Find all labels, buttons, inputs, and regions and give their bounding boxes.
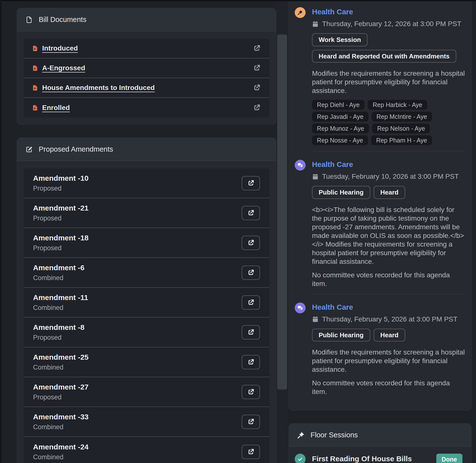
calendar-icon — [312, 173, 319, 180]
no-votes-note: No committee votes recorded for this age… — [312, 379, 465, 396]
proposed-amendments-title: Proposed Amendments — [39, 145, 113, 153]
viewport-top-edge — [0, 0, 476, 1]
public-hearing-avatar — [295, 303, 306, 313]
proposed-amendments-card: Proposed Amendments Amendment -10 Propos… — [17, 138, 276, 463]
bill-document-row[interactable]: House Amendments to Introduced — [24, 78, 269, 98]
agenda-item-body: Health Care Thursday, February 5, 2026 a… — [312, 303, 465, 396]
public-hearing-avatar — [295, 160, 306, 171]
gavel-icon — [297, 431, 305, 439]
work-session-avatar — [295, 7, 306, 18]
amendment-info: Amendment -25 Combined — [33, 353, 89, 371]
agenda-date-row: Tuesday, February 10, 2026 at 3:00 PM PS… — [312, 173, 465, 180]
bill-detail-page: Bill Documents Introduced A-Engrossed — [0, 0, 476, 463]
committee-link[interactable]: Health Care — [312, 160, 353, 169]
amendment-row: Amendment -18 Proposed — [24, 228, 269, 258]
amendment-row: Amendment -11 Combined — [24, 288, 269, 318]
left-pane: Bill Documents Introduced A-Engrossed — [17, 8, 276, 463]
amendment-status: Combined — [33, 453, 89, 461]
amendment-row: Amendment -25 Combined — [24, 347, 269, 377]
external-link-icon — [247, 209, 255, 217]
amendment-info: Amendment -6 Combined — [33, 264, 84, 282]
divider — [312, 151, 465, 151]
committee-link[interactable]: Health Care — [312, 303, 353, 311]
amendment-name: Amendment -10 — [33, 174, 89, 182]
amendment-row: Amendment -33 Combined — [24, 407, 269, 437]
open-amendment-button[interactable] — [242, 355, 260, 369]
floor-sessions-header: Floor Sessions — [289, 424, 471, 447]
bill-documents-card: Bill Documents Introduced A-Engrossed — [17, 8, 276, 125]
bill-document-row[interactable]: Enrolled — [24, 98, 269, 118]
meeting-type-badge: Work Session — [312, 33, 367, 46]
external-link-icon — [247, 418, 255, 426]
agenda-item: Health Care Tuesday, February 10, 2026 a… — [295, 160, 465, 288]
bill-document-link[interactable]: A-Engrossed — [32, 64, 85, 72]
committee-link[interactable]: Health Care — [312, 8, 353, 16]
agenda-datetime: Thursday, February 12, 2026 at 3:00 PM P… — [322, 20, 461, 28]
meeting-type-badge: Public Hearing — [312, 186, 370, 199]
agenda-datetime: Tuesday, February 10, 2026 at 3:00 PM PS… — [322, 173, 459, 180]
meeting-result-badge: Heard and Reported Out with Amendments — [312, 50, 456, 63]
vote-chip: Rep Nelson - Aye — [372, 124, 430, 133]
floor-session-body: First Reading Of House Bills Done Monday… — [312, 454, 462, 463]
bill-documents-title: Bill Documents — [39, 16, 86, 24]
bill-document-label: House Amendments to Introduced — [42, 84, 155, 92]
open-amendment-button[interactable] — [242, 385, 260, 399]
vote-chip: Rep Munoz - Aye — [312, 124, 369, 133]
external-link-icon — [247, 179, 255, 187]
external-link-icon[interactable] — [253, 64, 261, 72]
bill-document-link[interactable]: Introduced — [32, 44, 78, 52]
done-check-avatar — [295, 454, 306, 463]
bill-document-label: A-Engrossed — [42, 64, 85, 72]
external-link-icon[interactable] — [253, 84, 261, 92]
bill-document-label: Introduced — [42, 44, 78, 52]
amendment-info: Amendment -33 Combined — [33, 413, 89, 431]
proposed-amendments-header: Proposed Amendments — [17, 138, 276, 161]
bill-document-row[interactable]: A-Engrossed — [24, 58, 269, 78]
vote-chip: Rep Javadi - Aye — [312, 112, 368, 122]
amendments-list: Amendment -10 Proposed Amendment -21 Pro… — [24, 168, 269, 463]
amendment-name: Amendment -8 — [33, 323, 84, 332]
amendment-row: Amendment -27 Proposed — [24, 377, 269, 407]
bill-documents-header: Bill Documents — [17, 8, 276, 31]
bill-document-link[interactable]: Enrolled — [32, 104, 70, 112]
amendment-status: Proposed — [33, 393, 89, 401]
bill-document-link[interactable]: House Amendments to Introduced — [32, 84, 155, 92]
vote-chip: Rep McIntire - Aye — [372, 112, 432, 122]
left-pane-scrollbar-track[interactable] — [276, 0, 288, 463]
pdf-file-icon — [32, 64, 38, 72]
external-link-icon[interactable] — [253, 104, 261, 112]
agenda-item-body: Health Care Thursday, February 12, 2026 … — [312, 7, 465, 145]
amendment-name: Amendment -11 — [33, 293, 88, 302]
floor-sessions-title: Floor Sessions — [311, 431, 358, 439]
external-link-icon[interactable] — [253, 44, 261, 53]
amendment-status: Combined — [33, 274, 84, 282]
amendment-name: Amendment -25 — [33, 353, 89, 361]
file-pdf-icon — [25, 16, 33, 23]
floor-sessions-list: First Reading Of House Bills Done Monday… — [289, 447, 471, 463]
left-pane-scrollbar-thumb[interactable] — [277, 35, 287, 390]
open-amendment-button[interactable] — [242, 236, 260, 250]
vote-chip: Rep Harbick - Aye — [368, 100, 427, 110]
open-amendment-button[interactable] — [242, 206, 260, 220]
agenda-badges: Public Hearing Heard — [312, 186, 465, 199]
agenda-description: <b><i>The following bill is scheduled so… — [312, 205, 465, 266]
amendment-info: Amendment -21 Proposed — [33, 204, 89, 222]
open-amendment-button[interactable] — [242, 295, 260, 310]
agenda-description: Modifies the requirements for screening … — [312, 348, 465, 374]
vote-chip: Rep Pham H - Aye — [371, 135, 432, 145]
bill-document-row[interactable]: Introduced — [24, 39, 269, 58]
external-link-icon — [247, 299, 255, 306]
external-link-icon — [247, 358, 255, 366]
open-amendment-button[interactable] — [242, 176, 260, 190]
meeting-result-badge: Heard — [374, 329, 405, 342]
open-amendment-button[interactable] — [242, 325, 260, 339]
amendment-info: Amendment -24 Combined — [33, 443, 89, 461]
meeting-result-badge: Heard — [374, 186, 405, 199]
open-amendment-button[interactable] — [242, 445, 260, 459]
amendment-info: Amendment -18 Proposed — [33, 234, 89, 252]
agenda-description: Modifies the requirements for screening … — [312, 69, 465, 95]
external-link-icon — [247, 239, 255, 247]
open-amendment-button[interactable] — [242, 266, 260, 280]
agenda-badges: Public Hearing Heard — [312, 329, 465, 342]
open-amendment-button[interactable] — [242, 415, 260, 429]
